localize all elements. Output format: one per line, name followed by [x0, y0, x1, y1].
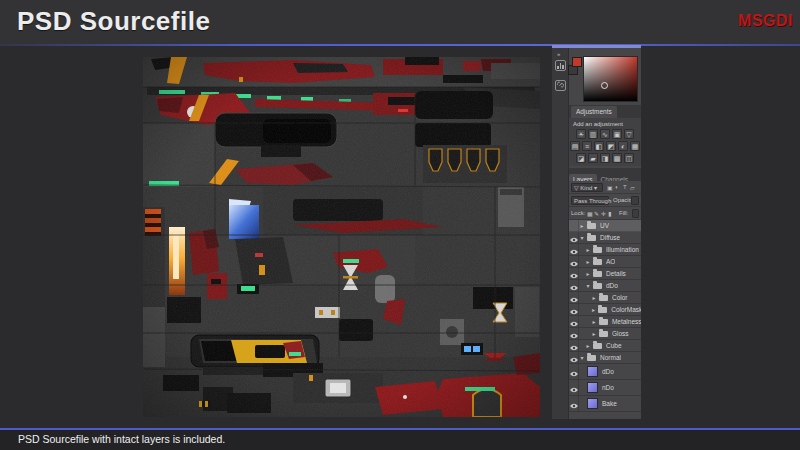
- adjustments-tabbar: Adjustments: [569, 105, 641, 118]
- expand-caret[interactable]: ▸: [579, 222, 585, 229]
- layer-row[interactable]: ▸Illumination: [569, 244, 641, 256]
- color-field-cursor[interactable]: [601, 82, 608, 89]
- lock-position-icon[interactable]: ✛: [601, 210, 606, 217]
- slide-header: PSD Sourcefile MSGDI: [0, 0, 800, 44]
- color-field[interactable]: [583, 56, 638, 102]
- collapse-panels-icon[interactable]: »: [557, 51, 560, 57]
- expand-caret[interactable]: ▾: [579, 234, 585, 241]
- selective-color-adjustment-icon[interactable]: ◫: [624, 153, 634, 163]
- layer-row[interactable]: Bake: [569, 396, 641, 412]
- folder-icon: [593, 271, 602, 277]
- visibility-toggle[interactable]: [569, 380, 579, 395]
- channel-mixer-adjustment-icon[interactable]: ◐: [618, 141, 628, 151]
- color-lookup-adjustment-icon[interactable]: ▦: [630, 141, 640, 151]
- layer-row[interactable]: ▸AO: [569, 256, 641, 268]
- expand-caret[interactable]: ▸: [585, 342, 591, 349]
- foreground-color-swatch[interactable]: [572, 57, 582, 67]
- layer-name: Metalness: [612, 318, 641, 325]
- chain-icon[interactable]: [555, 80, 566, 91]
- expand-caret[interactable]: ▾: [579, 354, 585, 361]
- folder-icon: [599, 295, 608, 301]
- expand-caret[interactable]: ▸: [591, 306, 596, 313]
- lock-pixels-icon[interactable]: ✎: [594, 210, 599, 217]
- layer-name: UV: [600, 222, 609, 229]
- color-panel: [569, 48, 641, 105]
- lock-bar: Lock: ▦ ✎ ✛ ▮ Fill:: [569, 207, 641, 220]
- layer-name: Gloss: [612, 330, 629, 337]
- filter-kind-dropdown[interactable]: ▽ Kind ▾: [571, 183, 603, 192]
- layer-row[interactable]: ▸Gloss: [569, 328, 641, 340]
- invert-adjustment-icon[interactable]: ◪: [576, 153, 586, 163]
- layer-row[interactable]: ▾Diffuse: [569, 232, 641, 244]
- visibility-toggle[interactable]: [569, 364, 579, 379]
- layer-row[interactable]: dDo: [569, 364, 641, 380]
- add-adjustment-label: Add an adjustment: [569, 120, 641, 129]
- lock-transparency-icon[interactable]: ▦: [587, 210, 593, 217]
- black-white-adjustment-icon[interactable]: ◧: [594, 141, 604, 151]
- layer-row[interactable]: ▸Color: [569, 292, 641, 304]
- expand-caret[interactable]: ▸: [591, 318, 597, 325]
- filter-type-layers-icon[interactable]: T: [623, 184, 627, 190]
- folder-icon: [593, 283, 602, 289]
- visibility-toggle[interactable]: [569, 352, 579, 363]
- slide: PSD Sourcefile MSGDI: [0, 0, 800, 450]
- threshold-adjustment-icon[interactable]: ◨: [600, 153, 610, 163]
- gradient-map-adjustment-icon[interactable]: ▩: [612, 153, 622, 163]
- folder-icon: [599, 319, 608, 325]
- layers-tabbar: LayersChannelsPaths: [569, 168, 641, 181]
- layer-thumbnail[interactable]: [587, 398, 598, 409]
- layer-name: Color: [612, 294, 628, 301]
- folder-icon: [593, 343, 602, 349]
- expand-caret[interactable]: ▸: [585, 258, 591, 265]
- chevron-down-icon: ▾: [594, 185, 597, 191]
- adjustments-panel: Add an adjustment ☀▥∿▣▽ ▤≡◧◩◐▦ ◪▰◨▩◫: [569, 118, 641, 166]
- layer-name: Diffuse: [600, 234, 620, 241]
- opacity-value[interactable]: [631, 196, 639, 205]
- expand-caret[interactable]: ▾: [585, 282, 591, 289]
- expand-caret[interactable]: ▸: [591, 294, 597, 301]
- blend-mode-dropdown[interactable]: Pass Through: [571, 196, 609, 205]
- hue-saturation-adjustment-icon[interactable]: ▤: [570, 141, 580, 151]
- layer-row[interactable]: ▸UV: [569, 220, 641, 232]
- layer-row[interactable]: ▸ColorMasks: [569, 304, 641, 316]
- panel-stack: Adjustments Add an adjustment ☀▥∿▣▽ ▤≡◧◩…: [569, 48, 641, 419]
- folder-icon: [599, 331, 608, 337]
- photo-filter-adjustment-icon[interactable]: ◩: [606, 141, 616, 151]
- footer-note: PSD Sourcefile with intact layers is inc…: [18, 433, 225, 445]
- layer-row[interactable]: ▸Metalness: [569, 316, 641, 328]
- exposure-adjustment-icon[interactable]: ▣: [612, 129, 622, 139]
- lock-all-icon[interactable]: ▮: [608, 210, 611, 217]
- layer-row[interactable]: ▾dDo: [569, 280, 641, 292]
- expand-caret[interactable]: ▸: [585, 246, 591, 253]
- brightness-contrast-adjustment-icon[interactable]: ☀: [576, 129, 586, 139]
- folder-icon: [587, 223, 596, 229]
- expand-caret[interactable]: ▸: [591, 330, 597, 337]
- layer-row[interactable]: ▸Cube: [569, 340, 641, 352]
- levels-adjustment-icon[interactable]: ▥: [588, 129, 598, 139]
- layer-thumbnail[interactable]: [587, 382, 598, 393]
- filter-shape-layers-icon[interactable]: ▱: [630, 184, 635, 191]
- layer-name: Normal: [600, 354, 621, 361]
- fill-value[interactable]: [632, 209, 639, 218]
- layer-name: Details: [606, 270, 626, 277]
- filter-pixel-layers-icon[interactable]: ▣: [607, 184, 613, 191]
- layer-thumbnail[interactable]: [587, 366, 598, 377]
- layer-row[interactable]: ▾Normal: [569, 352, 641, 364]
- tab-adjustments[interactable]: Adjustments: [571, 106, 617, 118]
- texture-atlas-image: [143, 57, 540, 417]
- vibrance-adjustment-icon[interactable]: ▽: [624, 129, 634, 139]
- visibility-toggle[interactable]: [569, 396, 579, 411]
- folder-icon: [587, 235, 596, 241]
- photoshop-panel: » Adjustments Add an adjustme: [552, 45, 641, 419]
- histogram-icon[interactable]: [555, 60, 566, 71]
- curves-adjustment-icon[interactable]: ∿: [600, 129, 610, 139]
- layer-row[interactable]: nDo: [569, 380, 641, 396]
- layer-row[interactable]: ▸Details: [569, 268, 641, 280]
- expand-caret[interactable]: ▸: [585, 270, 591, 277]
- color-balance-adjustment-icon[interactable]: ≡: [582, 141, 592, 151]
- posterize-adjustment-icon[interactable]: ▰: [588, 153, 598, 163]
- page-title: PSD Sourcefile: [17, 6, 210, 37]
- filter-adjustment-layers-icon[interactable]: ◐: [615, 184, 619, 190]
- eye-icon: [570, 395, 578, 413]
- folder-icon: [593, 259, 602, 265]
